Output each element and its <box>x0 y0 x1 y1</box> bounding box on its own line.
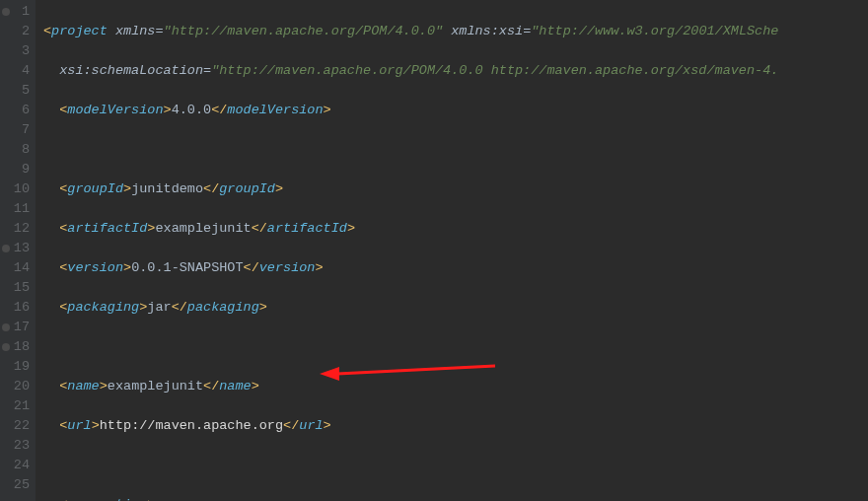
fold-marker-icon[interactable] <box>2 245 10 252</box>
line-number[interactable]: 15 <box>4 278 30 298</box>
code-line[interactable] <box>43 456 868 475</box>
line-number[interactable]: 3 <box>4 41 30 61</box>
line-number[interactable]: 13 <box>4 239 30 258</box>
line-number[interactable]: 25 <box>4 475 30 495</box>
fold-marker-icon[interactable] <box>2 8 10 16</box>
line-number[interactable]: 10 <box>4 179 30 199</box>
code-line[interactable]: <url>http://maven.apache.org</url> <box>43 416 868 436</box>
code-line[interactable]: <artifactId>examplejunit</artifactId> <box>43 219 868 239</box>
line-number[interactable]: 18 <box>4 337 30 357</box>
code-line[interactable]: <packaging>jar</packaging> <box>43 298 868 318</box>
code-line[interactable]: <modelVersion>4.0.0</modelVersion> <box>43 101 868 120</box>
line-number[interactable]: 12 <box>4 219 30 239</box>
line-number[interactable]: 16 <box>4 298 30 318</box>
line-number-gutter[interactable]: 1234567891011121314151617181920212223242… <box>0 0 36 501</box>
line-number[interactable]: 1 <box>4 2 30 22</box>
line-number[interactable]: 2 <box>4 22 30 41</box>
code-line[interactable] <box>43 337 868 357</box>
line-number[interactable]: 11 <box>4 199 30 219</box>
fold-marker-icon[interactable] <box>2 323 10 331</box>
code-area[interactable]: <project xmlns="http://maven.apache.org/… <box>36 0 868 501</box>
code-editor: 1234567891011121314151617181920212223242… <box>0 0 868 501</box>
line-number[interactable]: 22 <box>4 416 30 436</box>
line-number[interactable]: 20 <box>4 377 30 396</box>
code-line[interactable]: <properties> <box>43 495 868 501</box>
code-line[interactable]: <project xmlns="http://maven.apache.org/… <box>43 22 868 41</box>
line-number[interactable]: 17 <box>4 318 30 337</box>
line-number[interactable]: 7 <box>4 120 30 140</box>
code-line[interactable]: <name>examplejunit</name> <box>43 377 868 396</box>
line-number[interactable]: 24 <box>4 456 30 475</box>
line-number[interactable]: 14 <box>4 258 30 278</box>
line-number[interactable]: 21 <box>4 396 30 416</box>
code-line[interactable] <box>43 140 868 160</box>
code-line[interactable]: xsi:schemaLocation="http://maven.apache.… <box>43 61 868 81</box>
line-number[interactable]: 9 <box>4 160 30 179</box>
line-number[interactable]: 5 <box>4 81 30 101</box>
line-number[interactable]: 6 <box>4 101 30 120</box>
fold-marker-icon[interactable] <box>2 343 10 351</box>
code-line[interactable]: <groupId>junitdemo</groupId> <box>43 179 868 199</box>
line-number[interactable]: 23 <box>4 436 30 456</box>
line-number[interactable]: 8 <box>4 140 30 160</box>
line-number[interactable]: 4 <box>4 61 30 81</box>
line-number[interactable]: 19 <box>4 357 30 377</box>
code-line[interactable]: <version>0.0.1-SNAPSHOT</version> <box>43 258 868 278</box>
